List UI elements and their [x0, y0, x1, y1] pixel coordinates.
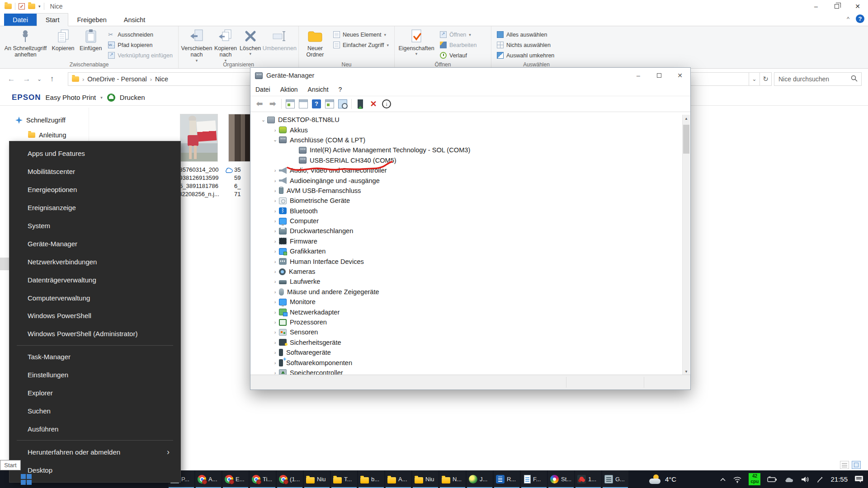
scrollbar-thumb[interactable]	[683, 125, 689, 154]
menu-item[interactable]: Ausführen	[9, 420, 180, 438]
tab-share[interactable]: Freigeben	[68, 14, 115, 26]
select-none-button[interactable]: Nichts auswählen	[497, 41, 554, 49]
onedrive-icon[interactable]	[784, 476, 794, 483]
search-input[interactable]	[774, 75, 851, 83]
action-pane-icon[interactable]	[325, 99, 334, 108]
taskbar-button[interactable]: A...	[195, 470, 222, 488]
taskbar-button[interactable]: J...	[467, 470, 493, 488]
taskbar-button[interactable]: N...	[439, 470, 466, 488]
taskbar-button[interactable]: Ti...	[250, 470, 276, 488]
battery-icon[interactable]	[767, 476, 777, 483]
menu-ansicht[interactable]: Ansicht	[303, 86, 334, 93]
epson-dropdown-icon[interactable]: ▾	[100, 95, 103, 100]
uninstall-device-icon[interactable]: ✕	[369, 99, 378, 108]
menu-item[interactable]: Geräte-Manager	[9, 235, 180, 253]
history-button[interactable]: Verlauf	[440, 51, 476, 60]
device-tree-item[interactable]: USB-SERIAL CH340 (COM5)	[250, 155, 682, 165]
sidebar-item-anleitung[interactable]: Anleitung	[28, 131, 66, 139]
taskbar-button[interactable]: Niu	[304, 470, 330, 488]
expand-arrow-icon[interactable]: ⌄	[259, 117, 267, 123]
disable-device-icon[interactable]: ↓	[382, 99, 391, 108]
show-hidden-icons-chevron[interactable]	[720, 477, 726, 482]
taskbar-button[interactable]: G...	[602, 470, 628, 488]
tab-file[interactable]: Datei	[4, 14, 37, 26]
device-tree-item[interactable]: › Computer	[250, 216, 682, 226]
menu-help[interactable]: ?	[334, 86, 347, 93]
taskbar-button[interactable]: Niu	[412, 470, 439, 488]
refresh-icon[interactable]: ↻	[760, 72, 772, 86]
menu-item[interactable]: Windows PowerShell	[9, 307, 180, 325]
console-tree-icon[interactable]	[286, 99, 295, 108]
volume-icon[interactable]	[801, 476, 810, 483]
delete-button[interactable]: Löschen ▾	[238, 28, 262, 57]
menu-item[interactable]: Windows PowerShell (Administrator)	[9, 325, 180, 343]
open-button[interactable]: Öffnen ▾	[440, 30, 476, 39]
menu-item[interactable]: Datenträgerverwaltung	[9, 271, 180, 289]
device-tree-item[interactable]: › Audioeingänge und -ausgänge	[250, 175, 682, 185]
taskbar-button[interactable]: E...	[222, 470, 249, 488]
select-all-button[interactable]: Alles auswählen	[497, 30, 554, 39]
expand-arrow-icon[interactable]: ›	[271, 279, 279, 284]
device-manager-titlebar[interactable]: Geräte-Manager – ✕	[250, 68, 690, 83]
expand-arrow-icon[interactable]: ›	[271, 310, 279, 315]
taskbar-button[interactable]: F...	[521, 470, 547, 488]
device-tree-item[interactable]: › Softwarekomponenten	[250, 357, 682, 367]
pen-icon[interactable]	[816, 476, 824, 483]
menu-item[interactable]: Desktop	[9, 461, 180, 479]
restore-button[interactable]	[826, 0, 847, 13]
new-item-button[interactable]: Neues Element ▾	[333, 30, 389, 39]
device-tree-item[interactable]: › Mäuse und andere Zeigegeräte	[250, 287, 682, 297]
device-tree-item[interactable]: › Human Interface Devices	[250, 256, 682, 266]
expand-arrow-icon[interactable]: ›	[271, 269, 279, 274]
expand-arrow-icon[interactable]: ›	[271, 127, 279, 133]
recent-locations-icon[interactable]: ⌄	[34, 76, 44, 82]
menu-item[interactable]	[17, 440, 173, 441]
move-to-button[interactable]: Verschieben nach ▾	[180, 28, 213, 63]
customize-qat-caret-icon[interactable]: ▾	[38, 4, 41, 9]
back-icon[interactable]: ⬅	[255, 99, 264, 108]
expand-arrow-icon[interactable]: ›	[271, 289, 279, 295]
paste-button[interactable]: Einfügen	[77, 28, 104, 52]
invert-selection-button[interactable]: Auswahl umkehren	[497, 51, 554, 60]
taskbar-button[interactable]: St...	[548, 470, 574, 488]
expand-arrow-icon[interactable]: ›	[271, 299, 279, 305]
device-tree-item[interactable]: › Monitore	[250, 297, 682, 307]
expand-arrow-icon[interactable]: ›	[271, 218, 279, 224]
device-tree-item[interactable]: › Druckwarteschlangen	[250, 226, 682, 236]
details-view-button[interactable]	[840, 461, 849, 469]
expand-arrow-icon[interactable]: ›	[271, 178, 279, 183]
tab-view[interactable]: Ansicht	[115, 14, 154, 26]
device-tree-item[interactable]: › Bluetooth	[250, 206, 682, 216]
device-tree-item[interactable]: › Grafikkarten	[250, 246, 682, 256]
device-tree-item[interactable]: › Netzwerkadapter	[250, 307, 682, 317]
device-tree-item[interactable]: ⌄ DESKTOP-8LTN8LU	[250, 115, 682, 125]
minimize-button[interactable]: –	[628, 68, 649, 83]
device-tree-item[interactable]: Intel(R) Active Management Technology - …	[250, 145, 682, 155]
close-button[interactable]: ✕	[670, 68, 690, 83]
expand-arrow-icon[interactable]: ›	[271, 340, 279, 345]
menu-item[interactable]: Apps und Features	[9, 145, 180, 163]
properties-icon[interactable]	[299, 99, 308, 108]
forward-icon[interactable]: →	[19, 75, 34, 84]
copy-path-button[interactable]: W... Pfad kopieren	[108, 41, 173, 49]
taskbar-button[interactable]: b...	[358, 470, 384, 488]
expand-arrow-icon[interactable]: ›	[271, 249, 279, 254]
menu-item[interactable]: Computerverwaltung	[9, 289, 180, 307]
expand-arrow-icon[interactable]: ›	[271, 188, 279, 193]
device-tree-item[interactable]: › Softwaregeräte	[250, 347, 682, 357]
print-icon[interactable]	[107, 94, 115, 102]
menu-item[interactable]: Ereignisanzeige	[9, 199, 180, 217]
file-name[interactable]: 35760314_200 938126913599 5_3891181786 3…	[174, 166, 224, 198]
device-tree-item[interactable]: › Akkus	[250, 125, 682, 135]
tab-start[interactable]: Start	[37, 13, 69, 26]
paste-shortcut-button[interactable]: Verknüpfung einfügen	[108, 51, 173, 60]
menu-item[interactable]: Herunterfahren oder abmelden ›	[9, 443, 180, 461]
collapse-ribbon-icon[interactable]: ^	[847, 15, 849, 22]
properties-button[interactable]: Eigenschaften ▾	[396, 28, 436, 57]
new-folder-button[interactable]: Neuer Ordner	[301, 28, 330, 59]
back-icon[interactable]: ←	[4, 75, 19, 84]
new-folder-icon[interactable]	[28, 4, 35, 9]
address-dropdown-icon[interactable]: ⌄	[749, 72, 760, 86]
expand-arrow-icon[interactable]: ›	[271, 208, 279, 214]
properties-check-icon[interactable]: ✓	[19, 3, 25, 9]
